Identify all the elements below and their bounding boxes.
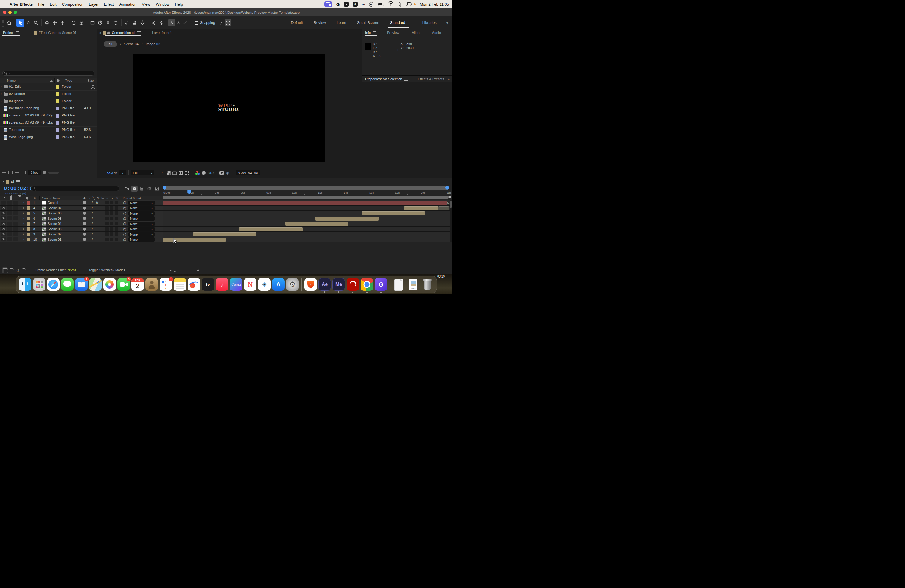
tab-effect-controls[interactable]: Effect Controls Scene 01: [31, 29, 79, 36]
dock-brave-icon[interactable]: [304, 278, 317, 291]
info-menu-icon[interactable]: [373, 32, 376, 34]
dock-news-icon[interactable]: N: [244, 278, 256, 291]
close-window-button[interactable]: [3, 11, 6, 14]
shape-tool[interactable]: [96, 19, 104, 27]
shy-switch[interactable]: [83, 227, 86, 231]
parent-dropdown[interactable]: None⌄: [129, 211, 155, 216]
eye-toggle[interactable]: [1, 201, 6, 205]
dock-freeform-icon[interactable]: [187, 278, 200, 291]
audio-toggle[interactable]: [8, 232, 12, 236]
fast-previews-icon[interactable]: ϟ: [159, 170, 165, 175]
project-row[interactable]: screenc...-02-02-09_49_42.png PNG file: [0, 119, 97, 127]
menu-edit[interactable]: Edit: [50, 2, 56, 6]
battery-icon[interactable]: [378, 3, 384, 6]
disclosure-icon[interactable]: ›: [1, 99, 2, 103]
audio-toggle[interactable]: [8, 237, 12, 241]
time-ruler[interactable]: 0:00s02s04s06s08s10s12s14s16s18s20s22s: [163, 191, 450, 195]
project-search-input[interactable]: [11, 72, 92, 75]
dock-documents-icon[interactable]: [393, 278, 405, 291]
parent-pickwhip-mode-icon[interactable]: [168, 19, 175, 26]
shy-switch[interactable]: [83, 212, 86, 215]
switch-box[interactable]: [114, 201, 118, 205]
render-time-icon[interactable]: [22, 268, 26, 272]
parent-pickwhip-icon[interactable]: @: [123, 206, 126, 210]
composition-mini-flowchart-icon[interactable]: [124, 186, 130, 192]
switch-box[interactable]: [114, 206, 118, 210]
hand-tool[interactable]: [24, 19, 32, 27]
new-folder-icon[interactable]: [8, 171, 13, 174]
grammarly-icon[interactable]: G: [337, 2, 340, 7]
eye-toggle[interactable]: [1, 206, 6, 210]
menu-window[interactable]: Window: [156, 2, 169, 6]
audio-toggle[interactable]: [8, 206, 12, 210]
lock-toggle[interactable]: [13, 227, 18, 231]
pan-camera-tool[interactable]: [51, 19, 59, 27]
parent-pickwhip-icon[interactable]: @: [123, 232, 126, 236]
layer-label-swatch[interactable]: [27, 217, 30, 220]
dock-canva-icon[interactable]: Canva: [230, 278, 243, 291]
parent-pickwhip-icon[interactable]: @: [123, 222, 126, 226]
parent-link-icon[interactable]: [175, 19, 182, 26]
dock-notes-icon[interactable]: [173, 278, 186, 291]
breadcrumb-scene-04[interactable]: Scene 04: [124, 42, 138, 46]
zoom-out-icon[interactable]: [170, 269, 172, 271]
timeline-search-input[interactable]: [39, 187, 117, 191]
parent-pickwhip-icon[interactable]: @: [123, 211, 126, 215]
dock-photos-icon[interactable]: [103, 278, 116, 291]
layer-row-scene-05[interactable]: ›6Scene 05/@None⌄: [0, 216, 162, 222]
layer-label-swatch[interactable]: [27, 233, 30, 236]
switch-box[interactable]: [105, 238, 109, 241]
parent-dropdown[interactable]: None⌄: [129, 206, 155, 210]
dock-jpeg-icon[interactable]: JPEG: [407, 278, 419, 291]
project-row[interactable]: › 03.Ignore Folder: [0, 98, 97, 105]
dock-chatgpt-icon[interactable]: ✳: [258, 278, 270, 291]
switch-box[interactable]: [110, 201, 113, 205]
layer-duration-bar-control[interactable]: [163, 201, 448, 205]
switch-box[interactable]: [110, 206, 113, 210]
asterisk-app-icon[interactable]: ✱: [353, 2, 358, 6]
dock-music-icon[interactable]: ♪: [216, 278, 229, 291]
disclosure-icon[interactable]: ›: [1, 92, 2, 95]
lock-toggle[interactable]: [13, 216, 18, 220]
vertical-scrollbar[interactable]: [449, 200, 452, 242]
new-composition-icon[interactable]: [15, 171, 19, 174]
dock-chrome-icon[interactable]: [360, 278, 373, 291]
workspace-small-screen[interactable]: Small Screen: [352, 16, 384, 29]
dock-media-encoder-icon[interactable]: Me: [332, 278, 345, 291]
motion-blur-icon[interactable]: [146, 186, 152, 192]
tab-effects-presets[interactable]: Effects & Presets: [415, 76, 447, 82]
dock-trash-icon[interactable]: [421, 278, 433, 291]
dock-finder-icon[interactable]: [19, 278, 32, 291]
parent-pickwhip-icon[interactable]: @: [123, 227, 126, 231]
switch-box[interactable]: [110, 222, 113, 226]
workspace-overflow-icon[interactable]: »: [442, 21, 452, 25]
tab-project[interactable]: Project: [0, 29, 22, 36]
eye-toggle[interactable]: [1, 211, 6, 215]
switch-box[interactable]: [110, 211, 113, 215]
project-panel-menu-icon[interactable]: [16, 32, 19, 34]
mask-visibility-icon[interactable]: [178, 170, 183, 175]
workspace-libraries[interactable]: Libraries: [417, 16, 442, 29]
menu-clock[interactable]: Mon 2 Feb 11:05: [420, 2, 449, 6]
pen-tool[interactable]: [104, 19, 112, 27]
switch-box[interactable]: [110, 232, 113, 236]
audio-toggle[interactable]: [8, 211, 12, 215]
expand-layer-icon[interactable]: ›: [23, 211, 24, 215]
quality-switch[interactable]: /: [92, 206, 93, 210]
switch-box[interactable]: [110, 238, 113, 241]
panel-overflow-icon[interactable]: »: [448, 77, 449, 81]
workspace-review[interactable]: Review: [308, 16, 331, 29]
menu-help[interactable]: Help: [175, 2, 183, 6]
layer-duration-bar-scene-05[interactable]: [316, 217, 379, 221]
expand-pane-icon[interactable]: [3, 268, 7, 272]
layer-row-scene-07[interactable]: ›4Scene 07/@None⌄: [0, 206, 162, 211]
switch-box[interactable]: [110, 217, 113, 220]
zoom-knob[interactable]: [173, 269, 176, 272]
unlink-icon[interactable]: [182, 19, 188, 26]
switch-box[interactable]: [114, 232, 118, 236]
lock-toggle[interactable]: [13, 211, 18, 215]
project-row[interactable]: Team.png PNG file 52.6: [0, 127, 97, 134]
selection-tool[interactable]: [16, 19, 24, 27]
in-out-columns-icon[interactable]: ⟨⟩: [16, 268, 19, 272]
audio-toggle[interactable]: [8, 201, 12, 205]
